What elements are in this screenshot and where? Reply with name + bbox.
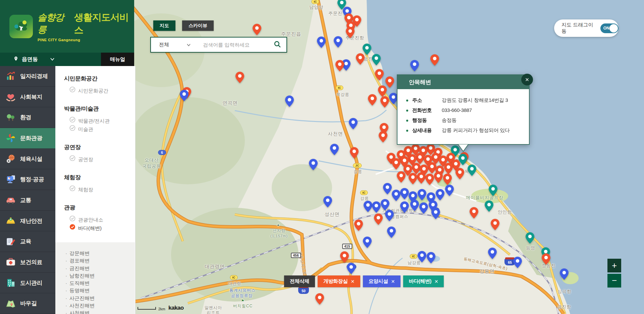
pin-beach[interactable] [526,232,534,244]
close-icon[interactable]: ✕ [391,279,395,284]
pin-care-facility[interactable] [387,227,396,238]
layer-checkbox-관광안내소[interactable]: 관광안내소 [69,215,135,224]
pin-care-facility[interactable] [560,268,569,280]
zoom-in-button[interactable]: + [607,259,621,272]
pin-beach[interactable] [485,200,493,212]
pin-care-facility[interactable] [410,200,419,211]
pin-open-toilet[interactable] [542,253,550,265]
sidebar-item-환경[interactable]: 환경 [0,107,55,128]
pin-open-toilet[interactable] [235,72,244,83]
layer-checkbox-박물관/전시관[interactable]: 박물관/전시관 [69,117,135,125]
pin-care-facility[interactable] [400,188,409,199]
pin-care-facility[interactable] [400,201,409,213]
pin-open-toilet[interactable] [455,168,464,179]
zoom-out-button[interactable]: − [607,274,621,288]
pin-care-facility[interactable] [330,144,339,155]
pin-care-facility[interactable] [334,36,342,48]
pin-open-toilet[interactable] [443,174,452,185]
beach-list-item[interactable]: ·사천해변 [65,309,135,314]
pin-open-toilet[interactable] [375,69,384,80]
beach-list-item[interactable]: ·등명해변 [65,287,135,294]
beach-list-item[interactable]: ·금진해변 [65,265,135,272]
pin-open-toilet[interactable] [380,96,389,108]
beach-list-item[interactable]: ·사근진해변 [65,295,135,302]
pin-open-toilet[interactable] [356,53,365,65]
pin-open-toilet[interactable] [430,54,439,66]
pin-care-facility[interactable] [347,263,356,274]
pin-care-facility[interactable] [419,202,428,214]
pin-care-facility[interactable] [410,60,419,71]
pin-open-toilet[interactable] [346,27,355,38]
pin-beach[interactable] [489,185,497,196]
search-icon[interactable] [274,41,281,49]
pin-care-facility[interactable] [383,183,392,194]
layer-checkbox-체험장[interactable]: 체험장 [69,185,135,194]
tab-skyview[interactable]: 스카이뷰 [182,20,214,31]
tab-map[interactable]: 지도 [153,20,175,31]
sidebar-item-일자리경제[interactable]: 일자리경제 [0,66,55,87]
pin-care-facility[interactable] [317,37,326,48]
pin-open-toilet[interactable] [315,293,324,305]
beach-list-item[interactable]: ·사천진해변 [65,302,135,309]
sidebar-item-행정·공공[interactable]: 행정·공공 [0,169,55,190]
pin-open-toilet[interactable] [470,207,478,218]
pin-open-toilet[interactable] [350,147,359,159]
pin-care-facility[interactable] [363,237,372,248]
pin-care-facility[interactable] [285,96,294,107]
pin-care-facility[interactable] [513,257,522,268]
sidebar-item-교통[interactable]: 교통 [0,190,55,211]
layer-checkbox-시민문화공간[interactable]: 시민문화공간 [69,86,135,95]
sidebar-item-보건의료[interactable]: 보건의료 [0,252,55,273]
close-icon[interactable]: ✕ [351,279,355,284]
pin-care-facility[interactable] [445,185,454,196]
sidebar-item-도시관리[interactable]: 도시관리 [0,273,55,294]
pin-care-facility[interactable] [372,201,381,213]
pin-open-toilet[interactable] [444,163,453,174]
pin-open-toilet[interactable] [379,131,387,142]
sidebar-item-바우길[interactable]: 바우길 [0,293,55,314]
filter-chip-개방화장실[interactable]: 개방화장실✕ [318,275,360,287]
pin-open-toilet[interactable] [434,172,443,183]
pin-open-toilet[interactable] [392,158,400,170]
pin-open-toilet[interactable] [409,173,417,184]
region-selector[interactable]: 읍면동 [0,53,101,66]
drag-toggle-switch[interactable]: ON [600,23,619,33]
pin-care-facility[interactable] [427,252,435,263]
pin-open-toilet[interactable] [340,251,349,263]
pin-open-toilet[interactable] [425,174,434,185]
beach-list-item[interactable]: ·경포해변 [65,257,135,264]
pin-open-toilet[interactable] [354,219,363,231]
beach-list-item[interactable]: ·남항진해변 [65,272,135,279]
chevron-down-icon[interactable] [186,42,191,48]
pin-care-facility[interactable] [418,189,426,200]
pin-open-toilet[interactable] [368,94,377,106]
layer-checkbox-미술관[interactable]: 미술관 [69,125,135,133]
pin-open-toilet[interactable] [397,171,406,183]
sidebar-item-사회복지[interactable]: 사회복지 [0,87,55,108]
popup-close-button[interactable]: ✕ [521,74,533,85]
pin-open-toilet[interactable] [491,219,499,230]
pin-care-facility[interactable] [323,196,332,207]
sidebar-item-문화관광[interactable]: 문화관광 [0,128,55,149]
pin-care-facility[interactable] [392,190,400,201]
search-input[interactable] [203,42,274,48]
manual-button[interactable]: 매뉴얼 [101,53,134,66]
pin-beach[interactable] [372,54,381,65]
pin-open-toilet[interactable] [416,153,424,164]
pin-open-toilet[interactable] [374,213,383,225]
pin-care-facility[interactable] [431,208,440,219]
pin-care-facility[interactable] [436,189,444,200]
filter-chip-요양시설[interactable]: 요양시설✕ [363,275,400,287]
pin-open-toilet[interactable] [335,60,344,71]
pin-open-toilet[interactable] [417,172,426,184]
sidebar-item-교육[interactable]: 교육 [0,231,55,252]
filter-chip-전체삭제[interactable]: 전체삭제 [284,275,315,287]
pin-care-facility[interactable] [364,201,372,212]
pin-open-toilet[interactable] [378,85,387,97]
pin-care-facility[interactable] [381,199,389,210]
pin-care-facility[interactable] [418,251,426,262]
layer-checkbox-공연장[interactable]: 공연장 [69,155,135,164]
pin-open-toilet[interactable] [253,24,261,35]
pin-care-facility[interactable] [488,248,497,259]
beach-list-item[interactable]: ·강문해변 [65,250,135,257]
